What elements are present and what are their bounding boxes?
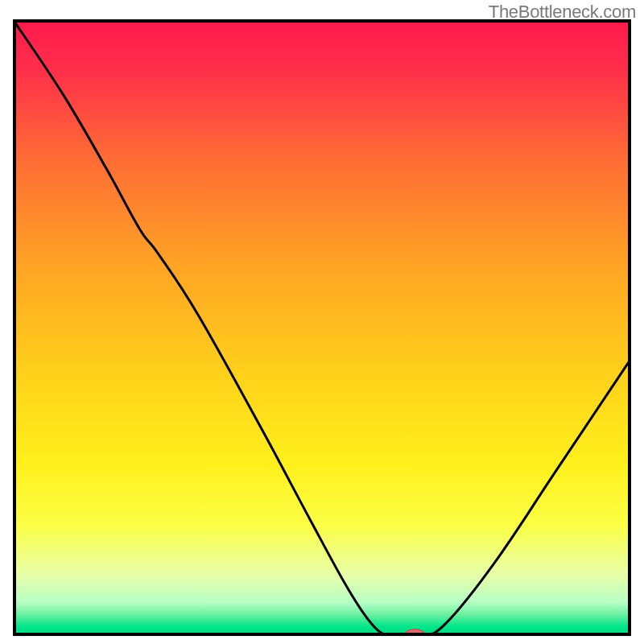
- chart-svg: [13, 19, 631, 636]
- watermark-text: TheBottleneck.com: [489, 2, 636, 23]
- chart-container: TheBottleneck.com: [0, 0, 644, 644]
- chart-plot: [13, 19, 631, 636]
